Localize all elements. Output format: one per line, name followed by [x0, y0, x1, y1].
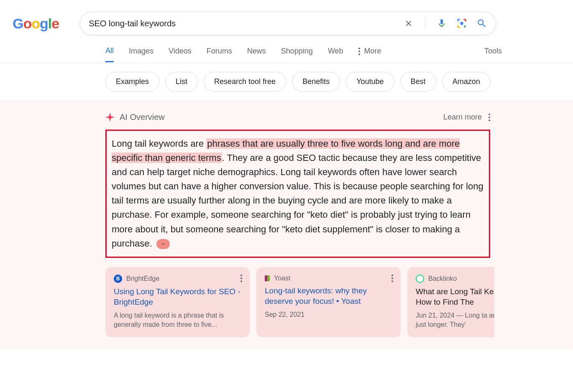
chip-best[interactable]: Best [400, 72, 436, 92]
ai-overview: AI Overview Learn more Long tail keyword… [0, 100, 573, 350]
source-name: Yoast [274, 275, 290, 282]
favicon-yoast [265, 275, 270, 281]
card-title: Using Long Tail Keywords for SEO - Brigh… [114, 286, 241, 308]
card-snippet: Jun 21, 2024 — Long ta aren't just longe… [416, 311, 494, 330]
related-chips: Examples List Research tool free Benefit… [0, 64, 573, 100]
sparkle-icon [105, 113, 115, 122]
tab-shopping[interactable]: Shopping [281, 41, 313, 61]
source-card-brightedge[interactable]: B BrightEdge Using Long Tail Keywords fo… [105, 267, 250, 337]
svg-point-1 [464, 25, 466, 28]
source-card-backlinko[interactable]: Backlinko What are Long Tail Ke And How … [407, 267, 494, 337]
tab-all[interactable]: All [105, 41, 114, 62]
ai-overview-text: Long tail keywords are phrases that are … [105, 130, 490, 258]
search-input[interactable] [89, 19, 403, 28]
source-card-yoast[interactable]: Yoast Long-tail keywords: why they deser… [256, 267, 401, 337]
search-bar[interactable] [80, 12, 496, 35]
favicon-brightedge: B [114, 275, 122, 283]
card-title: What are Long Tail Ke And How to Find Th… [416, 286, 494, 308]
chip-youtube[interactable]: Youtube [346, 72, 394, 92]
tools-button[interactable]: Tools [484, 41, 502, 61]
more-dots-icon [358, 48, 360, 55]
divider [425, 17, 425, 30]
chip-list[interactable]: List [165, 72, 198, 92]
mic-icon[interactable] [436, 18, 447, 29]
svg-point-0 [460, 22, 463, 25]
collapse-button[interactable] [156, 239, 170, 249]
chip-amazon[interactable]: Amazon [442, 72, 491, 92]
card-snippet: A long tail keyword is a phrase that is … [114, 311, 241, 330]
tab-more[interactable]: More [358, 41, 381, 61]
source-name: Backlinko [428, 275, 457, 283]
chip-benefits[interactable]: Benefits [292, 72, 340, 92]
source-cards: B BrightEdge Using Long Tail Keywords fo… [105, 267, 494, 337]
lens-icon[interactable] [456, 18, 467, 29]
google-logo[interactable]: Google [13, 15, 59, 32]
tab-forums[interactable]: Forums [207, 41, 232, 61]
card-menu-icon[interactable] [391, 275, 393, 282]
ai-menu-icon[interactable] [489, 114, 490, 121]
chip-examples[interactable]: Examples [105, 72, 159, 92]
favicon-backlinko [416, 275, 424, 283]
tab-images[interactable]: Images [129, 41, 153, 61]
learn-more-link[interactable]: Learn more [443, 113, 482, 122]
search-icon[interactable] [476, 18, 487, 29]
search-tabs: All Images Videos Forums News Shopping W… [0, 39, 573, 64]
card-menu-icon[interactable] [240, 275, 242, 282]
tab-web[interactable]: Web [328, 41, 343, 61]
source-name: BrightEdge [126, 275, 159, 283]
tab-videos[interactable]: Videos [169, 41, 192, 61]
tab-news[interactable]: News [247, 41, 266, 61]
clear-icon[interactable] [403, 18, 414, 29]
card-title: Long-tail keywords: why they deserve you… [265, 285, 392, 307]
chip-research-tool-free[interactable]: Research tool free [204, 72, 286, 92]
card-snippet: Sep 22, 2021 [265, 310, 392, 319]
ai-overview-title: AI Overview [120, 112, 165, 122]
